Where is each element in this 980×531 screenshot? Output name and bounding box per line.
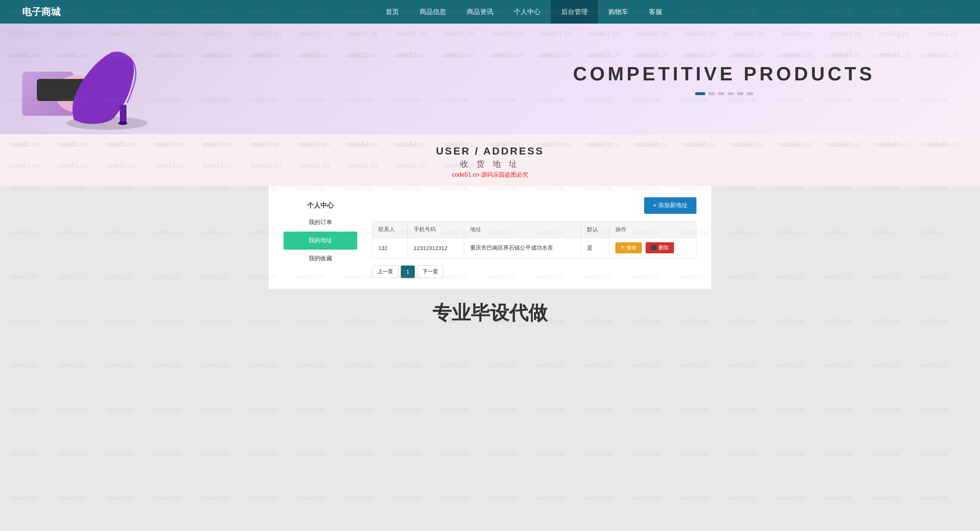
banner: code51.cncode51.cncode51.cncode51.cncode… [0, 24, 980, 134]
sidebar-item-address[interactable]: 我的地址 [283, 232, 357, 250]
page-copyright: code51.cn-源码乐园盗图必究 [0, 171, 980, 179]
footer-promo-text: 专业毕设代做 [0, 300, 980, 326]
page-title-cn: 收 货 地 址 [0, 159, 980, 170]
address-content: + 添加新地址 联系人 手机号码 地址 默认 操作 132 1231231231… [372, 197, 697, 278]
footer-promo: 专业毕设代做 [0, 289, 980, 337]
dot-4[interactable] [727, 92, 734, 95]
nav-link-profile[interactable]: 个人中心 [504, 0, 551, 24]
banner-text-area: COMPETITIVE PRODUCTS [490, 63, 958, 95]
page-title-en: USER / ADDRESS [0, 145, 980, 157]
nav-item-news[interactable]: 商品资讯 [457, 0, 504, 24]
dot-1[interactable] [695, 92, 705, 95]
navbar: 电子商城 首页 商品信息 商品资讯 个人中心 后台管理 购物车 客服 [0, 0, 980, 24]
top-bar: + 添加新地址 [372, 197, 697, 214]
table-header-row: 联系人 手机号码 地址 默认 操作 [372, 222, 697, 238]
page-header: code51.cncode51.cncode51.cncode51.cncode… [0, 134, 980, 186]
nav-item-home[interactable]: 首页 [375, 0, 409, 24]
watermark-text: code51.cn [191, 221, 239, 266]
cell-address: 重庆市巴南区界石镇公平成功水库 [464, 238, 581, 258]
nav-link-service[interactable]: 客服 [639, 0, 673, 24]
watermark-text: code51.cn [814, 221, 862, 266]
nav-link-cart[interactable]: 购物车 [598, 0, 639, 24]
nav-link-news[interactable]: 商品资讯 [457, 0, 504, 24]
dot-5[interactable] [737, 92, 744, 95]
prev-page-button[interactable]: 上一页 [372, 266, 399, 278]
table-head: 联系人 手机号码 地址 默认 操作 [372, 222, 697, 238]
add-address-button[interactable]: + 添加新地址 [644, 197, 697, 214]
content-layout: 个人中心 我的订单 我的地址 我的收藏 + 添加新地址 联系人 手机号码 地址 … [283, 197, 697, 278]
watermark-text: code51.cn [96, 221, 144, 266]
svg-rect-1 [120, 105, 126, 123]
brand-logo[interactable]: 电子商城 [22, 6, 60, 18]
svg-point-2 [118, 121, 127, 125]
address-table: 联系人 手机号码 地址 默认 操作 132 12312312312 重庆市巴南区… [372, 221, 697, 258]
pagination: 上一页 1 下一页 [372, 266, 697, 278]
sidebar: 个人中心 我的订单 我的地址 我的收藏 [283, 197, 357, 278]
banner-main-text: COMPETITIVE PRODUCTS [573, 63, 875, 85]
sidebar-item-orders[interactable]: 我的订单 [283, 213, 357, 232]
watermark-text: code51.cn [48, 221, 96, 266]
table-row: 132 12312312312 重庆市巴南区界石镇公平成功水库 是 ✎ 修改 ⬛… [372, 238, 697, 258]
banner-dots[interactable] [695, 92, 753, 95]
delete-button[interactable]: ⬛ 删除 [646, 242, 674, 253]
nav-item-service[interactable]: 客服 [639, 0, 673, 24]
sidebar-title: 个人中心 [283, 197, 357, 213]
nav-menu: 首页 商品信息 商品资讯 个人中心 后台管理 购物车 客服 [90, 0, 958, 24]
dot-6[interactable] [747, 92, 753, 95]
banner-content: COMPETITIVE PRODUCTS [0, 27, 980, 130]
page-header-content: USER / ADDRESS 收 货 地 址 code51.cn-源码乐园盗图必… [0, 145, 980, 179]
cell-actions: ✎ 修改 ⬛ 删除 [609, 238, 697, 258]
col-default: 默认 [581, 222, 609, 238]
col-actions: 操作 [609, 222, 697, 238]
col-address: 地址 [464, 222, 581, 238]
nav-link-admin[interactable]: 后台管理 [551, 0, 598, 24]
col-contact: 联系人 [372, 222, 408, 238]
nav-item-profile[interactable]: 个人中心 [504, 0, 551, 24]
cell-default: 是 [581, 238, 609, 258]
edit-button[interactable]: ✎ 修改 [616, 242, 642, 253]
watermark-text: code51.cn [766, 221, 814, 266]
nav-item-cart[interactable]: 购物车 [598, 0, 639, 24]
page-1-button[interactable]: 1 [401, 266, 415, 278]
table-body: 132 12312312312 重庆市巴南区界石镇公平成功水库 是 ✎ 修改 ⬛… [372, 238, 697, 258]
dot-3[interactable] [718, 92, 724, 95]
watermark-text: code51.cn [144, 221, 192, 266]
nav-item-products[interactable]: 商品信息 [409, 0, 457, 24]
watermark-text: code51.cn [0, 221, 48, 266]
shoe-svg [63, 31, 151, 130]
watermark-text: code51.cn [862, 221, 910, 266]
main-content: 个人中心 我的订单 我的地址 我的收藏 + 添加新地址 联系人 手机号码 地址 … [269, 186, 711, 289]
dot-2[interactable] [708, 92, 715, 95]
nav-link-products[interactable]: 商品信息 [409, 0, 457, 24]
banner-image-area [22, 27, 490, 130]
nav-link-home[interactable]: 首页 [375, 0, 409, 24]
watermark-text: code51.cn [910, 221, 958, 266]
next-page-button[interactable]: 下一页 [417, 266, 444, 278]
watermark-text: code51.cn [718, 221, 766, 266]
cell-phone: 12312312312 [407, 238, 464, 258]
sidebar-item-favorites[interactable]: 我的收藏 [283, 250, 357, 268]
cell-contact: 132 [372, 238, 408, 258]
col-phone: 手机号码 [407, 222, 464, 238]
nav-item-admin[interactable]: 后台管理 [551, 0, 598, 24]
